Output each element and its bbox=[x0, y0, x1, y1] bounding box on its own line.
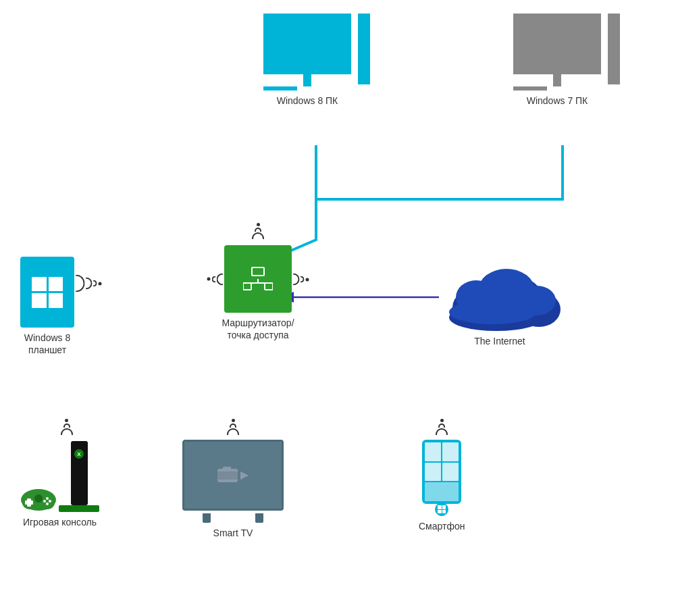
win7-pc-node: Windows 7 ПК bbox=[513, 14, 601, 107]
win8-tablet-node: Windows 8 планшет bbox=[20, 257, 97, 356]
xbox-console-icon: X bbox=[71, 441, 88, 505]
internet-node: The Internet bbox=[439, 257, 561, 347]
svg-rect-5 bbox=[243, 283, 251, 290]
tablet-icon bbox=[20, 257, 74, 328]
router-node: Маршрутизатор/ точка доступа bbox=[209, 223, 307, 341]
gaming-node: X Игровая консоль bbox=[20, 419, 99, 528]
router-label: Маршрутизатор/ точка доступа bbox=[222, 317, 294, 341]
svg-point-18 bbox=[34, 494, 43, 503]
svg-marker-29 bbox=[240, 471, 249, 480]
smartphone-label: Смартфон bbox=[419, 520, 465, 532]
smarttv-icon bbox=[182, 440, 284, 511]
svg-rect-30 bbox=[223, 467, 231, 469]
router-icon bbox=[224, 245, 292, 313]
svg-point-22 bbox=[49, 500, 51, 503]
svg-rect-20 bbox=[25, 500, 33, 505]
smartphone-icon bbox=[422, 440, 461, 504]
svg-rect-28 bbox=[217, 471, 238, 480]
svg-point-23 bbox=[43, 500, 46, 503]
network-diagram: Windows 8 ПК Windows 7 ПК bbox=[0, 0, 676, 616]
svg-point-14 bbox=[449, 300, 537, 324]
win7-pc-label: Windows 7 ПК bbox=[527, 95, 588, 107]
svg-point-24 bbox=[46, 503, 49, 505]
smarttv-label: Smart TV bbox=[213, 527, 253, 539]
gaming-label: Игровая консоль bbox=[23, 516, 97, 528]
smarttv-node: Smart TV bbox=[182, 419, 284, 539]
svg-rect-6 bbox=[265, 283, 273, 290]
internet-label: The Internet bbox=[474, 335, 525, 347]
win8-pc-label: Windows 8 ПК bbox=[277, 95, 338, 107]
gamepad-icon bbox=[20, 485, 57, 512]
smartphone-node: Смартфон bbox=[419, 419, 465, 532]
win8-pc-node: Windows 8 ПК bbox=[263, 14, 351, 107]
win8-tablet-label: Windows 8 планшет bbox=[24, 332, 70, 356]
svg-point-21 bbox=[46, 497, 49, 500]
